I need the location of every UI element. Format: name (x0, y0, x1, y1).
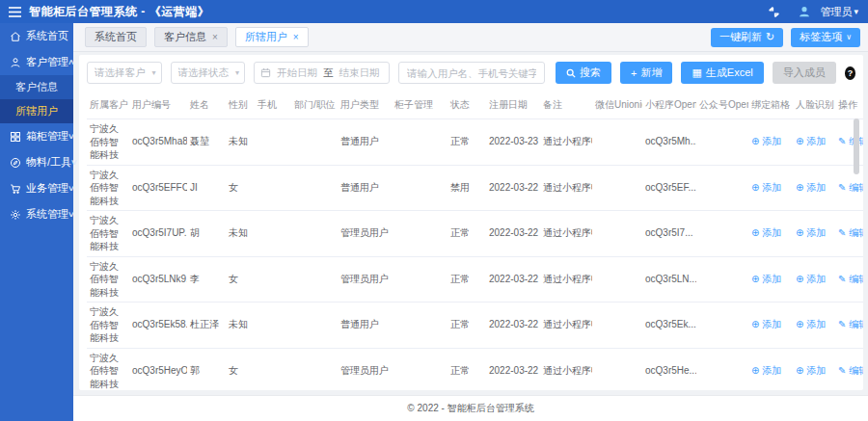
sidebar-item-cabinet-mgmt[interactable]: 箱柜管理∨ (0, 123, 73, 149)
close-icon[interactable]: × (293, 32, 299, 42)
tab-managed-users[interactable]: 所辖用户× (235, 27, 309, 47)
face-recognition-add-link[interactable]: ⊕ 添加 (796, 274, 826, 284)
cell-user_type: 管理员用户 (338, 348, 392, 390)
bind-locker-add-link[interactable]: ⊕ 添加 (751, 227, 781, 238)
cell-remark: 通过小程序申... (540, 119, 592, 166)
bind-locker-add-link[interactable]: ⊕ 添加 (751, 182, 781, 193)
bind-locker-add-link[interactable]: ⊕ 添加 (751, 319, 781, 329)
cell-phone (255, 348, 291, 390)
column-header: 微信Unionid (592, 92, 642, 119)
face-recognition-add-link[interactable]: ⊕ 添加 (796, 319, 826, 329)
generate-excel-button[interactable]: ▦ 生成Excel (681, 62, 763, 84)
close-icon[interactable]: × (212, 32, 218, 42)
cart-icon (10, 182, 21, 195)
add-user-button[interactable]: + 新增 (620, 62, 672, 84)
column-header: 用户编号 (129, 92, 187, 119)
grid-icon (10, 130, 21, 143)
cell-dept (291, 256, 338, 303)
sidebar-item-materials-tools[interactable]: 物料/工具∨ (0, 149, 73, 175)
date-range-picker[interactable]: 开始日期 至 结束日期 (254, 62, 390, 84)
sidebar-item-system-mgmt[interactable]: 系统管理∨ (0, 201, 73, 227)
cell-phone (255, 119, 291, 166)
column-header: 部门/职位 (291, 92, 338, 119)
column-header: 柜子管理 (392, 92, 448, 119)
bind-locker-add-link[interactable]: ⊕ 添加 (751, 274, 781, 284)
cell-reg_date: 2022-03-22 (486, 303, 540, 349)
tab-home[interactable]: 系统首页 (85, 27, 147, 47)
cell-user_type: 普通用户 (338, 165, 392, 211)
vertical-scrollbar[interactable] (854, 118, 859, 359)
fullscreen-icon[interactable] (768, 6, 780, 18)
search-button[interactable]: 搜索 (556, 62, 611, 84)
keyword-input[interactable] (398, 62, 545, 84)
table-row: 宁波久佰特智能科技ocQ3r5Ek58...杜正泽未知普通用户正常2022-03… (87, 303, 863, 349)
tab-label: 客户信息 (164, 30, 206, 44)
column-header: 注册日期 (486, 92, 540, 119)
status-select[interactable]: 请选择状态 ▾ (171, 62, 246, 84)
user-menu-caret-icon[interactable]: ▾ (854, 7, 858, 16)
circle-plus-icon: ⊕ (796, 274, 803, 284)
sidebar-item-customer-mgmt[interactable]: 客户管理∧ (0, 49, 73, 75)
cell-user_no: ocQ3r5HeyO... (129, 348, 187, 390)
edit-link[interactable]: ✎ 编辑 (838, 319, 863, 329)
edit-pencil-icon: ✎ (838, 227, 846, 238)
home-icon (10, 30, 21, 42)
refresh-all-button[interactable]: 一键刷新 ↻ (711, 28, 783, 47)
edit-link[interactable]: ✎ 编辑 (838, 136, 863, 146)
edit-link[interactable]: ✎ 编辑 (838, 274, 863, 284)
refresh-all-label: 一键刷新 (719, 30, 762, 44)
avatar[interactable] (798, 5, 811, 18)
menu-fold-icon[interactable] (0, 7, 29, 17)
cell-reg_date: 2022-03-23 (486, 119, 540, 166)
table-row: 宁波久佰特智能科技ocQ3r5LNk9...李女管理员用户正常2022-03-2… (87, 256, 863, 303)
sidebar-item-managed-users[interactable]: 所辖用户 (0, 99, 73, 123)
sidebar-item-business-mgmt[interactable]: 业务管理∨ (0, 175, 73, 201)
tag-options-button[interactable]: 标签选项 ∨ (791, 28, 860, 47)
status-select-placeholder: 请选择状态 (178, 66, 230, 80)
sidebar-item-home[interactable]: 系统首页∨ (0, 23, 73, 49)
compass-icon (10, 156, 21, 169)
cell-unionid (592, 303, 642, 349)
cell-reg_date: 2022-03-22 (486, 165, 540, 211)
edit-link[interactable]: ✎ 编辑 (838, 227, 863, 238)
cell-mp_openid: ocQ3r5Ek... (642, 303, 696, 349)
chevron-down-icon: ∨ (70, 158, 78, 167)
sidebar-item-customer-info[interactable]: 客户信息 (0, 75, 73, 99)
column-header: 公众号Openid (696, 92, 748, 119)
edit-pencil-icon: ✎ (838, 274, 846, 284)
tag-options-label: 标签选项 (800, 30, 842, 44)
cell-cabinet (392, 303, 448, 349)
help-icon[interactable]: ? (845, 66, 855, 80)
face-recognition-add-link[interactable]: ⊕ 添加 (796, 227, 826, 238)
face-recognition-add-link[interactable]: ⊕ 添加 (796, 182, 826, 193)
sidebar-item-label: 物料/工具 (26, 155, 71, 170)
cell-gender: 女 (226, 165, 255, 211)
sidebar-item-label: 系统管理 (26, 207, 68, 222)
bind-locker-add-link[interactable]: ⊕ 添加 (751, 136, 781, 146)
cell-mp_openid: ocQ3r5I7... (642, 211, 696, 257)
chevron-down-icon: ▾ (235, 68, 239, 77)
cell-user_no: ocQ3r5Ek58... (129, 303, 187, 349)
cell-remark: 通过小程序申... (540, 211, 592, 257)
circle-plus-icon: ⊕ (751, 136, 759, 146)
customer-select[interactable]: 请选择客户 ▾ (87, 62, 162, 84)
edit-link[interactable]: ✎ 编辑 (838, 365, 863, 376)
cell-gender: 未知 (226, 119, 255, 166)
filter-bar: 请选择客户 ▾ 请选择状态 ▾ 开始日期 至 结束日期 搜索 + 新增 ▦ (87, 62, 855, 84)
cell-customer: 宁波久佰特智能科技 (87, 348, 129, 390)
face-recognition-add-link[interactable]: ⊕ 添加 (796, 365, 826, 376)
cell-unionid (592, 165, 642, 211)
table-row: 宁波久佰特智能科技ocQ3r5Mha8...聂堃未知普通用户正常2022-03-… (87, 119, 863, 166)
circle-plus-icon: ⊕ (796, 319, 803, 329)
column-header: 人脸识别 (793, 92, 835, 119)
column-header: 操作 (835, 92, 863, 119)
edit-link[interactable]: ✎ 编辑 (838, 182, 863, 193)
current-user-label[interactable]: 管理员 (820, 5, 852, 19)
cell-remark: 通过小程序申... (540, 165, 592, 211)
bind-locker-add-link[interactable]: ⊕ 添加 (751, 365, 781, 376)
tab-customer-info[interactable]: 客户信息× (154, 27, 228, 47)
face-recognition-add-link[interactable]: ⊕ 添加 (796, 136, 826, 146)
cell-reg_date: 2022-03-22 (486, 211, 540, 257)
edit-pencil-icon: ✎ (838, 365, 846, 376)
import-members-button[interactable]: 导入成员 (773, 62, 836, 84)
